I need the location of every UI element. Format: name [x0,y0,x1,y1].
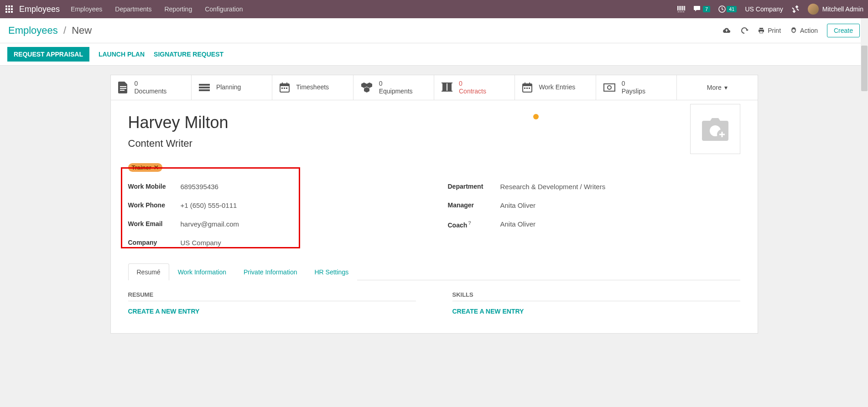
tab-private-information[interactable]: Private Information [235,263,306,280]
discard-icon[interactable] [740,26,748,35]
work-email-value[interactable]: harvey@gmail.com [181,220,239,228]
stat-more[interactable]: More ▾ [677,75,757,100]
svg-rect-15 [199,89,210,91]
coach-label: Coach? [448,220,500,229]
company-value[interactable]: US Company [181,239,221,247]
svg-rect-2 [680,6,681,10]
stat-planning[interactable]: Planning [192,75,272,100]
svg-rect-24 [523,84,532,86]
scrollbar-thumb[interactable] [861,46,868,91]
svg-rect-28 [526,88,528,89]
svg-rect-30 [604,84,615,91]
avatar [808,4,819,15]
print-button[interactable]: Print [758,27,781,34]
planning-icon [199,83,210,92]
coach-value[interactable]: Anita Oliver [500,220,536,228]
stat-equipments[interactable]: 0Equipments [353,75,434,100]
boxes-icon [361,82,373,93]
apps-icon[interactable] [5,5,14,14]
scrollbar[interactable] [861,18,868,343]
department-value[interactable]: Research & Development / Writers [500,183,606,191]
nav-link-reporting[interactable]: Reporting [164,5,192,13]
document-icon [118,82,128,93]
statusbar: REQUEST APPRAISAL LAUNCH PLAN SIGNATURE … [0,43,868,66]
company-selector[interactable]: US Company [745,5,783,13]
svg-rect-17 [280,84,289,86]
employee-job-title[interactable]: Content Writer [128,138,740,149]
tabs: Resumé Work Information Private Informat… [128,263,740,280]
create-skills-entry[interactable]: CREATE A NEW ENTRY [452,308,740,315]
launch-plan-button[interactable]: LAUNCH PLAN [99,51,145,58]
svg-rect-12 [760,31,763,33]
nav-link-departments[interactable]: Departments [115,5,151,13]
activities-icon[interactable]: 41 [718,5,737,13]
stat-timesheets[interactable]: Timesheets [272,75,353,100]
company-label: Company [128,239,181,246]
resume-section-title: RESUME [128,291,416,301]
create-button[interactable]: Create [827,24,860,37]
svg-rect-26 [529,82,530,85]
breadcrumb-root[interactable]: Employees [8,25,58,36]
tab-resume[interactable]: Resumé [128,263,169,280]
svg-rect-0 [677,6,678,10]
skills-section-title: SKILLS [452,291,740,301]
work-mobile-value[interactable]: 6895395436 [181,183,218,191]
stat-contracts[interactable]: 0Contracts [434,75,515,100]
control-panel: Employees / New Print Action Create [0,18,868,43]
calendar-icon [280,82,290,93]
nav-link-configuration[interactable]: Configuration [205,5,243,13]
stat-buttons: 0Documents Planning Timesheets 0Equipmen… [111,75,758,100]
tag-trainer[interactable]: Trainer ✕ [128,163,162,172]
nav-link-employees[interactable]: Employees [71,5,102,13]
cloud-save-icon[interactable] [722,27,731,34]
svg-rect-5 [683,6,684,10]
tag-remove-icon[interactable]: ✕ [154,164,159,171]
user-menu[interactable]: Mitchell Admin [808,4,863,15]
stat-documents[interactable]: 0Documents [111,75,192,100]
barcode-icon[interactable] [677,6,686,12]
work-mobile-label: Work Mobile [128,183,181,190]
top-navbar: Employees Employees Departments Reportin… [0,0,868,18]
svg-rect-25 [525,82,525,85]
svg-point-10 [683,11,684,12]
breadcrumb-current: New [72,25,92,36]
svg-rect-29 [529,88,530,89]
create-resume-entry[interactable]: CREATE A NEW ENTRY [128,308,416,315]
work-phone-label: Work Phone [128,201,181,209]
svg-rect-14 [199,87,210,88]
presence-dot [533,114,539,119]
work-email-label: Work Email [128,220,181,227]
manager-label: Manager [448,201,500,209]
tab-hr-settings[interactable]: HR Settings [306,263,357,280]
svg-rect-27 [524,88,525,89]
employee-name[interactable]: Harvey Milton [128,113,740,132]
money-icon [603,83,615,92]
help-icon[interactable]: ? [468,220,471,226]
photo-upload[interactable] [690,104,740,154]
stat-payslips[interactable]: 0Payslips [596,75,677,100]
svg-rect-18 [282,82,283,85]
svg-rect-22 [286,88,287,89]
svg-point-7 [678,11,679,12]
svg-rect-1 [679,6,679,10]
department-label: Department [448,183,500,190]
app-brand[interactable]: Employees [19,5,60,14]
svg-rect-21 [284,88,285,89]
action-button[interactable]: Action [790,27,818,34]
breadcrumb: Employees / New [8,25,92,36]
stat-work-entries[interactable]: Work Entries [515,75,596,100]
svg-point-8 [680,11,681,12]
debug-icon[interactable] [791,5,800,13]
svg-rect-6 [684,6,685,10]
manager-value[interactable]: Anita Oliver [500,201,536,209]
calendar-icon [522,82,532,93]
request-appraisal-button[interactable]: REQUEST APPRAISAL [7,47,89,62]
svg-rect-4 [682,6,683,10]
svg-point-9 [681,11,682,12]
signature-request-button[interactable]: SIGNATURE REQUEST [154,51,223,58]
work-phone-value[interactable]: +1 (650) 555-0111 [181,201,237,209]
svg-rect-13 [199,84,210,86]
messages-icon[interactable]: 7 [694,5,710,13]
tab-work-information[interactable]: Work Information [169,263,235,280]
messages-badge: 7 [703,6,710,12]
